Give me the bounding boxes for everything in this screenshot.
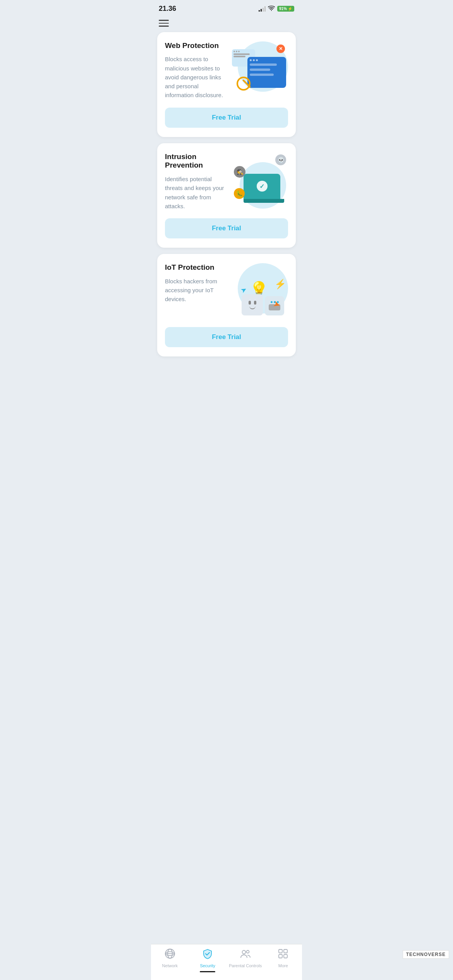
card-content: Intrusion Prevention Identifies potentia… (165, 152, 288, 211)
iot-protection-title: IoT Protection (165, 263, 227, 272)
hamburger-menu[interactable] (151, 16, 302, 32)
card-text: Web Protection Blocks access to maliciou… (165, 41, 227, 100)
web-protection-illustration: ✕ (232, 41, 288, 94)
dot (236, 51, 237, 52)
signal-icon (259, 6, 266, 12)
laptop: ✓ (244, 174, 284, 205)
laptop-screen: ✓ (244, 174, 280, 199)
monitor-line (250, 63, 277, 66)
battery-percentage: 91% (279, 7, 287, 11)
menu-icon[interactable] (159, 20, 169, 27)
hacker-icon: 🕵 (234, 166, 245, 178)
mini-win-dots (233, 51, 254, 52)
outlet-smile (249, 306, 256, 309)
block-line (242, 79, 251, 88)
laptop-base (244, 199, 284, 203)
check-badge: ✓ (257, 181, 268, 192)
intrusion-prevention-title: Intrusion Prevention (165, 152, 227, 170)
error-badge: ✕ (276, 45, 285, 53)
monitor-line (250, 69, 270, 71)
status-icons: 91% ⚡ (259, 5, 294, 12)
status-bar: 21.36 91% ⚡ (151, 0, 302, 16)
menu-line-1 (159, 20, 169, 21)
skull-icon: 💀 (275, 154, 286, 165)
battery-icon: ⚡ (288, 7, 292, 11)
monitor-top-bar (250, 59, 284, 61)
intrusion-prevention-free-trial-button[interactable]: Free Trial (165, 218, 288, 238)
iot-devices: 💡 (238, 277, 288, 319)
dot (238, 51, 240, 52)
intrusion-prevention-card: Intrusion Prevention Identifies potentia… (157, 143, 296, 248)
menu-line-3 (159, 26, 169, 27)
card-text: IoT Protection Blocks hackers from acces… (165, 263, 227, 304)
hole (249, 301, 251, 305)
monitor-dot (250, 59, 252, 61)
bug-icon: 🐛 (234, 188, 245, 199)
web-protection-title: Web Protection (165, 41, 227, 50)
block-icon (237, 77, 251, 91)
card-content: IoT Protection Blocks hackers from acces… (165, 263, 288, 319)
arrow-blue-icon: ➤ (239, 285, 249, 295)
card-text: Intrusion Prevention Identifies potentia… (165, 152, 227, 211)
iot-protection-desc: Blocks hackers from accessing your IoT d… (165, 277, 227, 304)
web-protection-free-trial-button[interactable]: Free Trial (165, 108, 288, 128)
web-protection-card: Web Protection Blocks access to maliciou… (157, 32, 296, 137)
main-content: Web Protection Blocks access to maliciou… (151, 32, 302, 406)
intrusion-illustration: ✓ 💀 🕵 🐛 (232, 152, 288, 209)
hole (254, 301, 256, 305)
monitor-dot (256, 59, 258, 61)
lightning-icon: ⚡ (275, 279, 286, 290)
battery-indicator: 91% ⚡ (277, 6, 294, 12)
outlet-icon (242, 294, 263, 315)
monitor-lines (250, 63, 284, 77)
menu-line-2 (159, 23, 169, 24)
monitor-line (250, 74, 274, 76)
bottom-spacer (157, 363, 296, 401)
status-time: 21.36 (159, 5, 176, 13)
iot-protection-free-trial-button[interactable]: Free Trial (165, 327, 288, 347)
svg-point-0 (271, 10, 272, 11)
web-protection-desc: Blocks access to malicious websites to a… (165, 55, 227, 99)
iot-protection-card: IoT Protection Blocks hackers from acces… (157, 254, 296, 356)
monitor (247, 57, 286, 88)
line (233, 53, 250, 55)
iot-illustration: 💡 (232, 263, 288, 319)
wifi-icon (268, 5, 275, 12)
card-content: Web Protection Blocks access to maliciou… (165, 41, 288, 100)
router-light (271, 301, 273, 303)
intrusion-prevention-desc: Identifies potential threats and keeps y… (165, 175, 227, 211)
line (233, 56, 245, 57)
dot (233, 51, 235, 52)
outlet-holes (249, 301, 256, 305)
monitor-dot (253, 59, 255, 61)
